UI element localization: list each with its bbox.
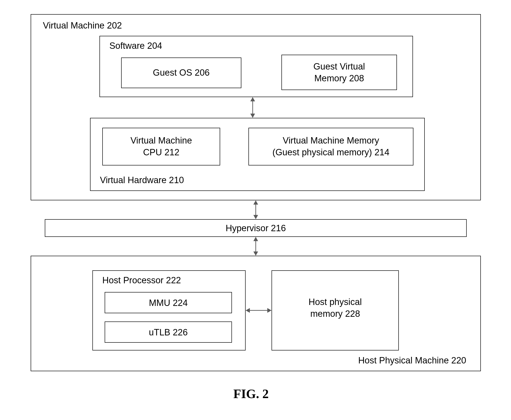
vm-cpu-box: Virtual Machine CPU 212 bbox=[102, 128, 220, 165]
vm-cpu-l2: CPU 212 bbox=[103, 147, 220, 158]
host-proc-box: Host Processor 222 MMU 224 uTLB 226 bbox=[92, 270, 246, 351]
software-box: Software 204 Guest OS 206 Guest Virtual … bbox=[99, 36, 413, 97]
arrow-software-to-vhw bbox=[248, 97, 257, 118]
vm-title: Virtual Machine 202 bbox=[43, 20, 122, 31]
host-mem-l1: Host physical bbox=[272, 297, 398, 308]
vm-box: Virtual Machine 202 Software 204 Guest O… bbox=[31, 14, 481, 200]
host-mem-box: Host physical memory 228 bbox=[271, 270, 399, 351]
hypervisor-label: Hypervisor 216 bbox=[45, 223, 466, 234]
vm-mem-l1: Virtual Machine Memory bbox=[249, 135, 413, 146]
virtual-hw-box: Virtual Hardware 210 Virtual Machine CPU… bbox=[90, 118, 425, 191]
arrow-proc-to-mem bbox=[246, 306, 271, 315]
arrow-hyp-to-host bbox=[251, 237, 260, 256]
guest-virt-mem-l1: Guest Virtual bbox=[282, 61, 397, 72]
software-title: Software 204 bbox=[109, 41, 162, 51]
arrow-vm-to-hypervisor bbox=[251, 200, 260, 219]
vm-mem-l2: (Guest physical memory) 214 bbox=[249, 147, 413, 158]
utlb-label: uTLB 226 bbox=[105, 327, 232, 338]
utlb-box: uTLB 226 bbox=[105, 322, 232, 343]
vm-cpu-l1: Virtual Machine bbox=[103, 135, 220, 146]
vm-mem-box: Virtual Machine Memory (Guest physical m… bbox=[248, 128, 413, 165]
guest-os-box: Guest OS 206 bbox=[121, 58, 241, 88]
figure-caption: FIG. 2 bbox=[233, 387, 269, 401]
guest-virt-mem-l2: Memory 208 bbox=[282, 73, 397, 84]
hypervisor-box: Hypervisor 216 bbox=[45, 219, 467, 237]
host-box: Host Physical Machine 220 Host Processor… bbox=[31, 256, 481, 371]
mmu-box: MMU 224 bbox=[105, 292, 232, 313]
host-proc-title: Host Processor 222 bbox=[102, 275, 181, 286]
guest-os-label: Guest OS 206 bbox=[122, 68, 241, 78]
host-title: Host Physical Machine 220 bbox=[358, 355, 466, 366]
diagram-page: Virtual Machine 202 Software 204 Guest O… bbox=[0, 0, 511, 420]
mmu-label: MMU 224 bbox=[105, 298, 232, 308]
guest-virt-mem-box: Guest Virtual Memory 208 bbox=[281, 55, 397, 90]
virtual-hw-title: Virtual Hardware 210 bbox=[100, 175, 184, 186]
host-mem-l2: memory 228 bbox=[272, 308, 398, 319]
